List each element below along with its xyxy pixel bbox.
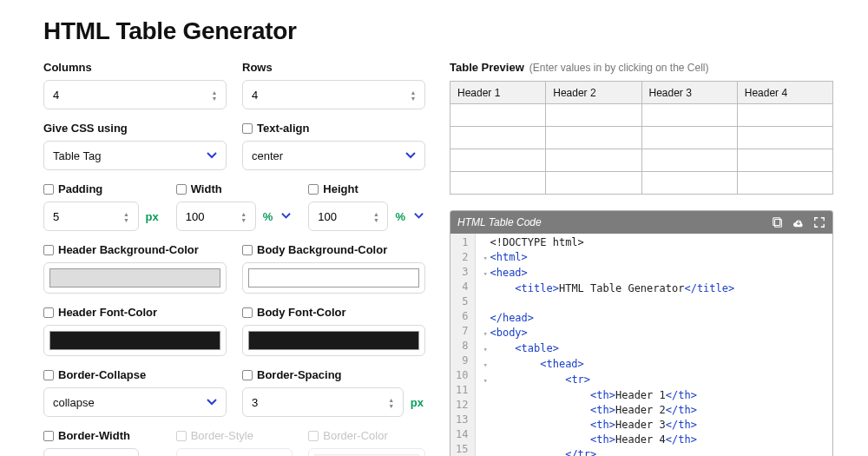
preview-cell[interactable] bbox=[641, 127, 737, 149]
stepper-icon[interactable]: ▲▼ bbox=[385, 393, 398, 413]
preview-cell[interactable] bbox=[450, 127, 546, 149]
stepper-icon[interactable]: ▲▼ bbox=[370, 207, 382, 228]
css-using-label: Give CSS using bbox=[43, 122, 227, 135]
preview-cell[interactable] bbox=[450, 172, 546, 195]
preview-header-cell[interactable]: Header 1 bbox=[450, 82, 546, 104]
preview-cell[interactable] bbox=[737, 104, 832, 127]
preview-cell[interactable] bbox=[546, 104, 641, 127]
preview-header-cell[interactable]: Header 2 bbox=[546, 82, 641, 104]
padding-label: Padding bbox=[43, 182, 161, 195]
stepper-icon[interactable]: ▲▼ bbox=[238, 207, 250, 228]
code-editor[interactable]: <!DOCTYPE html>▾<html>▾<head> <title>HTM… bbox=[476, 234, 832, 456]
body-bg-checkbox[interactable] bbox=[242, 245, 253, 255]
preview-table[interactable]: Header 1Header 2Header 3Header 4 bbox=[450, 81, 833, 195]
header-font-label: Header Font-Color bbox=[43, 306, 227, 319]
body-font-checkbox[interactable] bbox=[242, 307, 253, 318]
preview-cell[interactable] bbox=[641, 172, 737, 195]
chevron-down-icon bbox=[405, 150, 416, 161]
stepper-icon[interactable]: ▲▼ bbox=[208, 85, 220, 106]
page-title: HTML Table Generator bbox=[43, 17, 833, 45]
body-font-label: Body Font-Color bbox=[242, 306, 425, 319]
stepper-icon[interactable]: ▲▼ bbox=[407, 85, 419, 106]
padding-unit: px bbox=[144, 210, 161, 223]
padding-checkbox[interactable] bbox=[43, 184, 54, 195]
border-width-checkbox[interactable] bbox=[43, 431, 54, 441]
header-bg-color[interactable] bbox=[43, 262, 227, 294]
width-checkbox[interactable] bbox=[176, 184, 187, 195]
preview-title: Table Preview bbox=[450, 61, 524, 74]
border-spacing-unit: px bbox=[409, 396, 425, 409]
border-spacing-input[interactable]: ▲▼ bbox=[242, 387, 404, 417]
preview-cell[interactable] bbox=[546, 127, 641, 149]
width-label: Width bbox=[176, 182, 293, 195]
border-style-checkbox[interactable] bbox=[176, 431, 187, 441]
controls-panel: Columns ▲▼ Rows ▲▼ Give CSS using Table … bbox=[43, 61, 425, 456]
border-collapse-label: Border-Collapse bbox=[43, 368, 227, 381]
border-style-select[interactable]: none bbox=[176, 448, 293, 456]
unit-select[interactable] bbox=[412, 210, 425, 223]
header-font-checkbox[interactable] bbox=[43, 307, 54, 318]
preview-cell[interactable] bbox=[450, 149, 546, 172]
header-bg-checkbox[interactable] bbox=[43, 245, 54, 255]
preview-cell[interactable] bbox=[641, 149, 737, 172]
columns-input[interactable]: ▲▼ bbox=[43, 80, 227, 109]
height-input[interactable]: ▲▼ bbox=[308, 202, 388, 231]
border-color-swatch[interactable] bbox=[308, 448, 425, 456]
header-font-color[interactable] bbox=[43, 325, 227, 356]
code-title: HTML Table Code bbox=[457, 216, 542, 228]
unit-select[interactable] bbox=[279, 210, 293, 223]
copy-icon[interactable] bbox=[772, 216, 784, 228]
border-spacing-label: Border-Spacing bbox=[242, 368, 425, 381]
expand-icon[interactable] bbox=[813, 216, 825, 228]
border-style-label: Border-Style bbox=[176, 429, 293, 442]
stepper-icon[interactable]: ▲▼ bbox=[121, 207, 133, 228]
preview-header-cell[interactable]: Header 4 bbox=[737, 82, 832, 104]
css-using-select[interactable]: Table Tag bbox=[43, 141, 227, 170]
preview-header-cell[interactable]: Header 3 bbox=[641, 82, 737, 104]
rows-input[interactable]: ▲▼ bbox=[242, 80, 425, 109]
height-label: Height bbox=[308, 182, 425, 195]
preview-cell[interactable] bbox=[737, 149, 832, 172]
text-align-label: Text-align bbox=[242, 122, 425, 135]
border-collapse-checkbox[interactable] bbox=[43, 370, 54, 380]
preview-cell[interactable] bbox=[737, 127, 832, 149]
preview-hint: (Enter values in by clicking on the Cell… bbox=[529, 62, 709, 74]
border-color-label: Border-Color bbox=[308, 429, 425, 442]
download-icon[interactable] bbox=[792, 216, 805, 228]
body-font-color[interactable] bbox=[242, 325, 425, 356]
border-width-input[interactable]: ▲▼ bbox=[43, 448, 139, 456]
preview-cell[interactable] bbox=[546, 172, 641, 195]
preview-cell[interactable] bbox=[737, 172, 832, 195]
rows-label: Rows bbox=[242, 61, 425, 74]
columns-label: Columns bbox=[43, 61, 227, 74]
code-panel: HTML Table Code 123456789101112131415 <!… bbox=[450, 210, 833, 456]
chevron-down-icon bbox=[207, 150, 217, 161]
border-width-label: Border-Width bbox=[43, 429, 161, 442]
border-collapse-select[interactable]: collapse bbox=[43, 387, 227, 417]
preview-cell[interactable] bbox=[641, 104, 737, 127]
width-unit: % bbox=[261, 210, 275, 223]
text-align-checkbox[interactable] bbox=[242, 123, 253, 134]
chevron-down-icon bbox=[207, 397, 217, 407]
border-spacing-checkbox[interactable] bbox=[242, 370, 253, 380]
height-unit: % bbox=[393, 210, 407, 223]
body-bg-label: Body Background-Color bbox=[242, 243, 425, 256]
text-align-select[interactable]: center bbox=[242, 141, 425, 170]
preview-cell[interactable] bbox=[450, 104, 546, 127]
body-bg-color[interactable] bbox=[242, 262, 425, 294]
preview-cell[interactable] bbox=[546, 149, 641, 172]
header-bg-label: Header Background-Color bbox=[43, 243, 227, 256]
border-color-checkbox[interactable] bbox=[308, 431, 319, 441]
height-checkbox[interactable] bbox=[308, 184, 319, 195]
padding-input[interactable]: ▲▼ bbox=[43, 202, 139, 231]
width-input[interactable]: ▲▼ bbox=[176, 202, 256, 231]
